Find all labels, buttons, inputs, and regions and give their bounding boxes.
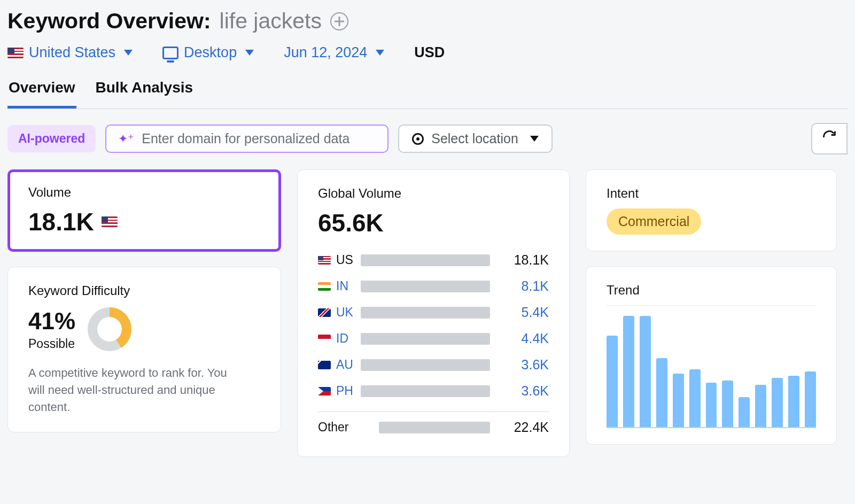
gv-other-label: Other (318, 420, 371, 435)
trend-axis-bottom (607, 427, 816, 428)
flag-us-icon (102, 216, 118, 227)
location-select-label: Select location (431, 131, 518, 146)
gv-row-in[interactable]: IN8.1K (318, 273, 549, 299)
intent-card: Intent Commercial (586, 169, 837, 251)
page-title-keyword: life jackets (220, 9, 322, 34)
gv-country-code: PH (336, 384, 353, 398)
gv-other-bar (379, 422, 490, 433)
flag-id-icon (318, 335, 331, 343)
trend-bar (656, 358, 667, 427)
kd-sublabel: Possible (28, 337, 75, 351)
flag-au-icon (318, 361, 331, 369)
gv-value: 5.4K (498, 305, 549, 320)
gv-row-other: Other 22.4K (318, 414, 549, 440)
trend-card: Trend (586, 266, 837, 445)
trend-bar (805, 371, 816, 427)
gv-bar (361, 333, 490, 345)
gv-row-ph[interactable]: PH3.6K (318, 378, 549, 404)
filter-country-label: United States (29, 44, 115, 61)
volume-value-row: 18.1K (28, 207, 260, 236)
trend-bar (706, 383, 717, 427)
gv-value: 4.4K (498, 331, 549, 346)
filter-currency: USD (414, 44, 445, 61)
domain-input-wrapper[interactable]: ✦⁺ (105, 125, 388, 153)
gv-bar (361, 359, 490, 371)
filter-device-label: Desktop (184, 44, 237, 61)
gv-other-value: 22.4K (498, 420, 549, 435)
trend-gridline-top (607, 305, 816, 306)
desktop-icon (162, 46, 178, 59)
tabs: Overview Bulk Analysis (7, 74, 848, 109)
trend-bar (623, 316, 634, 427)
gv-row-id[interactable]: ID4.4K (318, 325, 549, 352)
gv-country-code: US (336, 253, 353, 267)
trend-chart (607, 305, 816, 428)
chevron-down-icon (530, 136, 539, 142)
filter-date-label: Jun 12, 2024 (284, 44, 367, 61)
gv-country-code: ID (336, 331, 348, 346)
gv-country: IN (318, 279, 353, 293)
trend-bar (772, 378, 783, 427)
domain-input[interactable] (142, 131, 376, 146)
filter-device[interactable]: Desktop (162, 44, 254, 61)
add-keyword-button[interactable] (330, 12, 348, 30)
gv-row-au[interactable]: AU3.6K (318, 352, 549, 378)
location-select[interactable]: Select location (398, 125, 553, 153)
kd-value: 41% (28, 308, 75, 335)
intent-badge[interactable]: Commercial (607, 208, 701, 235)
toolbar: AI-powered ✦⁺ Select location (7, 109, 848, 169)
flag-uk-icon (318, 308, 331, 317)
gv-value: 3.6K (498, 357, 549, 373)
trend-bar (739, 397, 750, 427)
flag-us-icon (7, 48, 24, 58)
gv-country: AU (318, 358, 353, 372)
gv-country-code: UK (336, 305, 353, 320)
gv-bar (361, 254, 490, 266)
trend-label: Trend (607, 283, 816, 298)
tab-overview[interactable]: Overview (7, 74, 76, 108)
cards-grid: Volume 18.1K Keyword Difficulty 41% Poss… (7, 169, 848, 457)
gv-country-code: IN (336, 279, 348, 293)
gv-country: PH (318, 384, 353, 398)
refresh-button[interactable] (811, 123, 848, 154)
trend-bar (607, 336, 618, 427)
gv-divider (318, 412, 549, 412)
gv-country: US (318, 253, 353, 267)
gv-row-uk[interactable]: UK5.4K (318, 299, 549, 325)
page-title-row: Keyword Overview: life jackets (7, 6, 848, 39)
filter-currency-label: USD (414, 44, 445, 61)
tab-bulk-analysis[interactable]: Bulk Analysis (95, 74, 195, 108)
trend-bar (788, 376, 799, 427)
chevron-down-icon (124, 50, 133, 56)
gv-country: UK (318, 305, 353, 320)
gv-value: 8.1K (498, 278, 549, 294)
kd-row: 41% Possible (28, 306, 260, 353)
flag-ph-icon (318, 387, 331, 396)
volume-card: Volume 18.1K (7, 169, 281, 252)
filter-date[interactable]: Jun 12, 2024 (284, 44, 384, 61)
location-pin-icon (412, 133, 424, 145)
intent-label: Intent (607, 186, 816, 201)
col-left: Volume 18.1K Keyword Difficulty 41% Poss… (7, 169, 281, 457)
flag-us-icon (318, 256, 331, 265)
trend-bar (722, 381, 733, 427)
ai-powered-badge: AI-powered (7, 125, 96, 152)
page-title-prefix: Keyword Overview: (7, 9, 211, 34)
kd-donut-icon (86, 306, 133, 353)
gv-total: 65.6K (318, 208, 384, 237)
flag-in-icon (318, 282, 331, 291)
gv-bar (361, 385, 490, 397)
kd-description: A competitive keyword to rank for. You w… (28, 365, 242, 416)
gv-bar (361, 281, 490, 292)
keyword-difficulty-card: Keyword Difficulty 41% Possible A compet… (7, 267, 281, 432)
trend-bar (689, 369, 701, 427)
gv-value: 3.6K (498, 383, 549, 399)
col-right: Intent Commercial Trend (586, 169, 837, 457)
col-mid: Global Volume 65.6K US18.1KIN8.1KUK5.4KI… (297, 169, 570, 457)
gv-label: Global Volume (318, 186, 549, 201)
sparkle-icon: ✦⁺ (118, 132, 134, 146)
filter-country[interactable]: United States (7, 44, 133, 61)
filters-row: United States Desktop Jun 12, 2024 USD (7, 39, 848, 74)
trend-bar (755, 385, 766, 427)
plus-icon (335, 17, 344, 26)
